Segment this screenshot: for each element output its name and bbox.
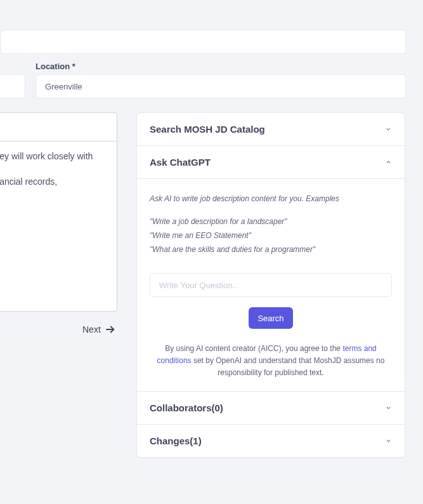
arrow-right-icon bbox=[105, 324, 116, 335]
accordion-label: Changes(1) bbox=[150, 435, 202, 446]
accordion-search-catalog[interactable]: Search MOSH JD Catalog bbox=[137, 113, 405, 145]
location-label: Location * bbox=[36, 62, 75, 71]
side-panel: Search MOSH JD Catalog Ask ChatGPT Ask A… bbox=[136, 112, 405, 458]
chevron-down-icon bbox=[385, 437, 392, 444]
small-input-partial[interactable] bbox=[0, 74, 25, 98]
chevron-down-icon bbox=[385, 126, 392, 133]
top-text-input[interactable] bbox=[0, 30, 406, 54]
accordion-changes[interactable]: Changes(1) bbox=[137, 425, 405, 457]
accordion-label: Collaborators(0) bbox=[150, 402, 223, 413]
accordion-label: Search MOSH JD Catalog bbox=[150, 124, 265, 135]
accordion-collaborators[interactable]: Collaborators(0) bbox=[137, 392, 405, 424]
chatgpt-search-button[interactable]: Search bbox=[249, 307, 293, 329]
description-text-line1: They will work closely with bbox=[0, 151, 93, 161]
next-label: Next bbox=[82, 324, 101, 335]
chatgpt-question-input[interactable] bbox=[150, 273, 392, 297]
disclaimer-text-after: set by OpenAI and understand that MoshJD… bbox=[192, 356, 385, 377]
location-input[interactable] bbox=[36, 74, 406, 98]
chatgpt-example: "Write me an EEO Statement" bbox=[150, 231, 392, 240]
chevron-up-icon bbox=[385, 159, 392, 166]
chatgpt-intro: Ask AI to write job description content … bbox=[150, 194, 392, 203]
accordion-ask-chatgpt[interactable]: Ask ChatGPT bbox=[137, 146, 405, 178]
panel-divider bbox=[0, 141, 117, 142]
next-button[interactable]: Next bbox=[82, 324, 116, 335]
description-panel: They will work closely with ate financia… bbox=[0, 112, 117, 312]
description-text-line2: ate financial records, bbox=[0, 176, 57, 187]
disclaimer-text-before: By using AI content creator (AICC), you … bbox=[165, 344, 342, 353]
chatgpt-example: "What are the skills and duties for a pr… bbox=[150, 245, 392, 254]
accordion-label: Ask ChatGPT bbox=[150, 157, 211, 168]
chatgpt-disclaimer: By using AI content creator (AICC), you … bbox=[150, 343, 392, 380]
chevron-down-icon bbox=[385, 404, 392, 411]
chatgpt-example: "Write a job description for a landscape… bbox=[150, 217, 392, 226]
chatgpt-body: Ask AI to write job description content … bbox=[137, 179, 405, 391]
